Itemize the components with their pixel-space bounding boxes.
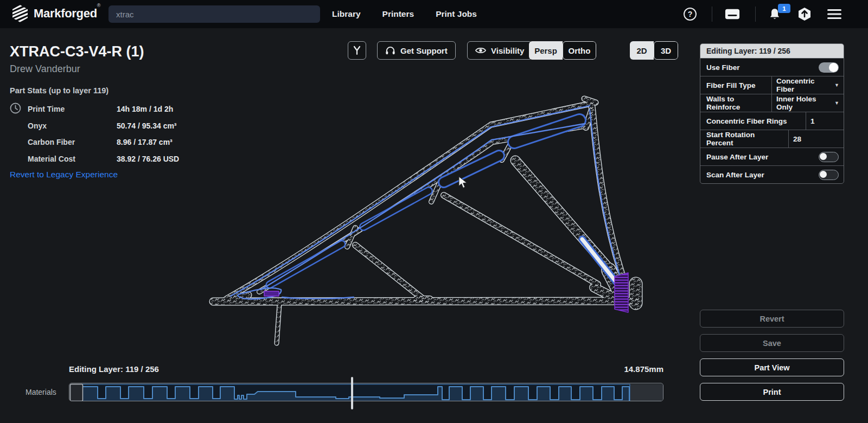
use-fiber-label: Use Fiber: [700, 59, 819, 76]
nav-printers[interactable]: Printers: [382, 9, 414, 19]
stat-label: Carbon Fiber: [28, 138, 117, 146]
stat-row-onyx: Onyx 50.74 / 95.34 cm³: [10, 118, 179, 134]
row-start-rotation-percent: Start Rotation Percent 28: [700, 130, 844, 148]
concentric-fiber-rings-input[interactable]: 1: [806, 112, 844, 130]
start-rotation-percent-value: 28: [793, 135, 801, 143]
editing-layer-header: Editing Layer: 119 / 256: [700, 44, 844, 58]
part-view-button[interactable]: Part View: [700, 358, 844, 376]
print-button[interactable]: Print: [700, 383, 844, 401]
ortho-toggle[interactable]: Ortho: [563, 41, 596, 60]
scan-after-layer-toggle[interactable]: [819, 170, 839, 180]
row-concentric-fiber-rings: Concentric Fiber Rings 1: [700, 112, 844, 130]
stat-row-print-time: Print Time 14h 18m / 1d 2h: [10, 101, 179, 118]
fiber-ring-paths: [270, 120, 579, 285]
walls-to-reinforce-dropdown[interactable]: Inner Holes Only ▼: [771, 94, 844, 112]
stat-value: 14h 18m / 1d 2h: [117, 105, 173, 113]
logo-registered-mark: ®: [97, 3, 101, 8]
scan-after-layer-label: Scan After Layer: [700, 166, 819, 183]
fiber-fill-type-value: Concentric Fiber: [776, 77, 831, 93]
main-nav: Library Printers Print Jobs: [332, 0, 477, 28]
walls-to-reinforce-value: Inner Holes Only: [776, 95, 831, 111]
get-support-button[interactable]: Get Support: [377, 41, 456, 60]
fiber-fill-type-label: Fiber Fill Type: [700, 76, 771, 94]
slider-start-handle[interactable]: [71, 384, 83, 401]
stat-row-carbon-fiber: Carbon Fiber 8.96 / 17.87 cm³: [10, 134, 179, 151]
nav-print-jobs[interactable]: Print Jobs: [436, 9, 477, 19]
save-button[interactable]: Save: [700, 334, 844, 352]
branch-icon: [353, 46, 361, 55]
layer-height-label: 14.875mm: [624, 364, 663, 374]
part-stats: Print Time 14h 18m / 1d 2h Onyx 50.74 / …: [10, 101, 179, 167]
get-support-label: Get Support: [400, 46, 448, 55]
divider: [712, 7, 712, 22]
pause-after-layer-toggle[interactable]: [819, 152, 839, 162]
search-value: xtrac: [116, 10, 134, 19]
menu-icon[interactable]: [827, 7, 842, 22]
stat-label: Material Cost: [28, 155, 117, 163]
markforged-logo[interactable]: Markforged®: [12, 5, 100, 22]
stat-label: Onyx: [28, 121, 117, 130]
projection-toggle: Persp Ortho: [529, 41, 596, 60]
start-rotation-percent-label: Start Rotation Percent: [700, 130, 788, 148]
onyx-infill-hatch: [213, 99, 637, 343]
branch-button[interactable]: [348, 41, 366, 60]
search-input[interactable]: xtrac: [108, 5, 320, 23]
stat-label: Print Time: [28, 105, 117, 113]
revert-button[interactable]: Revert: [700, 310, 844, 328]
layer-materials-waveform: [69, 383, 663, 401]
top-bar: Markforged® xtrac Library Printers Print…: [0, 0, 868, 28]
part-owner: Drew Vanderbur: [10, 63, 80, 75]
wallet-icon[interactable]: [725, 7, 740, 22]
walls-to-reinforce-label: Walls to Reinforce: [700, 94, 771, 112]
row-fiber-fill-type: Fiber Fill Type Concentric Fiber ▼: [700, 76, 844, 94]
nav-library[interactable]: Library: [332, 9, 361, 19]
markforged-logo-icon: [12, 5, 28, 22]
stat-value: 8.96 / 17.87 cm³: [117, 138, 173, 146]
slice-view-canvas: [201, 76, 656, 352]
layer-edit-panel: Editing Layer: 119 / 256 Use Fiber Fiber…: [700, 43, 844, 184]
row-scan-after-layer: Scan After Layer: [700, 165, 844, 183]
stat-value: 38.92 / 76.26 USD: [117, 155, 179, 163]
dimension-toggle: 2D 3D: [630, 41, 678, 60]
fiber-fill-type-dropdown[interactable]: Concentric Fiber ▼: [771, 76, 844, 94]
row-walls-to-reinforce: Walls to Reinforce Inner Holes Only ▼: [700, 94, 844, 112]
chevron-down-icon: ▼: [834, 82, 839, 88]
start-rotation-percent-input[interactable]: 28: [788, 130, 844, 148]
shield-up-icon[interactable]: [797, 7, 812, 22]
stat-row-material-cost: Material Cost 38.92 / 76.26 USD: [10, 151, 179, 168]
help-icon[interactable]: ?: [682, 7, 698, 22]
part-stats-heading: Part Stats (up to layer 119): [10, 86, 108, 95]
logo-text: Markforged: [34, 7, 97, 20]
editing-layer-label: Editing Layer: 119 / 256: [69, 364, 159, 374]
persp-toggle[interactable]: Persp: [529, 41, 563, 60]
concentric-fiber-rings-label: Concentric Fiber Rings: [700, 112, 806, 130]
upper-layers-region: [630, 384, 663, 401]
2d-toggle[interactable]: 2D: [630, 41, 654, 60]
visibility-button[interactable]: Visibility: [467, 41, 532, 60]
chevron-down-icon: ▼: [834, 100, 839, 106]
notification-badge: 1: [778, 4, 790, 13]
current-layer-cursor[interactable]: [351, 377, 353, 409]
row-pause-after-layer: Pause After Layer: [700, 148, 844, 165]
materials-label: Materials: [25, 388, 56, 396]
layer-slider-track[interactable]: [69, 383, 663, 401]
stat-value: 50.74 / 95.34 cm³: [117, 121, 177, 130]
divider: [755, 7, 756, 22]
visibility-label: Visibility: [491, 46, 524, 55]
page-title: XTRAC-C3-V4-R (1): [10, 43, 144, 60]
3d-toggle[interactable]: 3D: [654, 41, 678, 60]
eye-icon: [475, 46, 486, 55]
svg-text:?: ?: [688, 10, 693, 18]
use-fiber-toggle[interactable]: [819, 62, 839, 73]
clock-icon: [10, 102, 28, 116]
row-use-fiber: Use Fiber: [700, 58, 844, 76]
concentric-fiber-rings-value: 1: [810, 117, 815, 125]
revert-legacy-link[interactable]: Revert to Legacy Experience: [10, 170, 118, 180]
pause-after-layer-label: Pause After Layer: [700, 148, 819, 165]
headset-icon: [385, 46, 395, 56]
